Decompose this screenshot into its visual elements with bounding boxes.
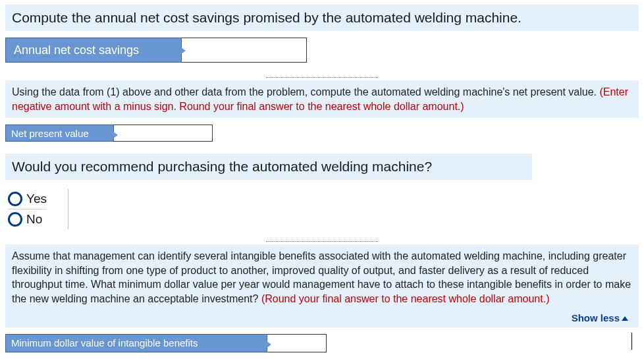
show-less-label: Show less [572,312,620,323]
q1-input[interactable] [182,38,306,62]
q3-prompt: Would you recommend purchasing the autom… [5,153,532,180]
section-divider [266,241,378,242]
q2-prompt: Using the data from (1) above and other … [5,80,639,118]
q4-row: Minimum dollar value of intangible benef… [5,334,639,352]
q1-row-label: Annual net cost savings [5,38,182,63]
chevron-up-icon [622,316,628,321]
q1-prompt: Compute the annual net cost savings prom… [5,5,639,31]
radio-icon [8,212,22,227]
q4-input[interactable] [267,335,326,352]
q4-prompt: Assume that management can identify seve… [5,244,639,327]
q3-option-yes[interactable]: Yes [8,189,47,209]
q3-option-no-label: No [26,212,42,227]
cell-marker-icon [267,341,271,348]
q2-input[interactable] [114,125,212,141]
q4-input-cell[interactable] [267,334,327,352]
q4-prompt-note: (Round your final answer to the nearest … [261,293,550,304]
q1-row: Annual net cost savings [5,38,639,63]
q2-input-cell[interactable] [114,125,213,142]
q2-row-label: Net present value [5,125,114,142]
q3-option-yes-label: Yes [26,192,47,206]
text-cursor-icon [631,333,632,350]
cell-marker-icon [113,132,118,138]
q1-input-cell[interactable] [182,38,307,63]
q4-row-label: Minimum dollar value of intangible benef… [5,334,267,352]
q3-option-no[interactable]: No [8,209,47,229]
radio-icon [8,192,22,206]
q2-row: Net present value [5,125,639,142]
cell-marker-icon [181,47,186,54]
section-divider [266,77,378,78]
q2-prompt-text: Using the data from (1) above and other … [12,86,599,97]
show-less-toggle[interactable]: Show less [12,306,632,327]
q3-radio-group: Yes No [8,189,68,229]
